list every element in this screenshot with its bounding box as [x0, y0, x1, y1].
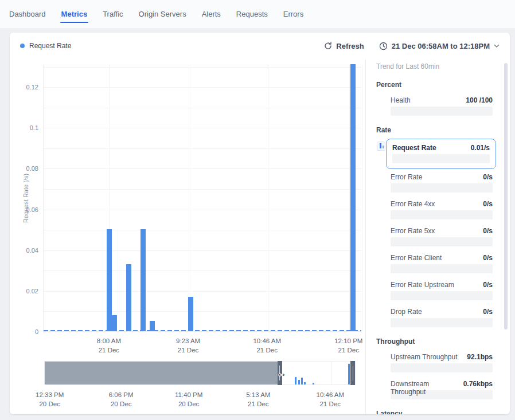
metric-sparkline	[391, 210, 493, 219]
metric-row: Error Rate 5xx0/s	[391, 227, 493, 235]
metric-row: Health100 /100	[391, 96, 493, 104]
metric-item-error-rate-upstream[interactable]: Error Rate Upstream0/s	[391, 281, 493, 300]
brush-bar	[295, 377, 296, 384]
refresh-label: Refresh	[336, 42, 364, 50]
sidebar-scrollbar[interactable]	[504, 63, 508, 329]
x-axis-tick: 8:00 AM21 Dec	[97, 336, 121, 355]
x-axis-tick: 10:46 AM21 Dec	[253, 336, 281, 355]
y-axis-tick: 0.12	[26, 84, 38, 91]
brush-handle-left[interactable]	[278, 361, 282, 385]
chart-bar	[126, 264, 131, 331]
x-axis-tick: 9:23 AM21 Dec	[176, 336, 200, 355]
h-gridline	[44, 189, 361, 190]
metric-label: Upstream Throughput	[391, 353, 458, 361]
y-axis-tick: 0.1	[30, 124, 38, 131]
h-gridline	[44, 230, 361, 230]
metric-row: Error Rate0/s	[391, 173, 493, 181]
metric-sparkline	[391, 183, 493, 193]
metric-item-error-rate-client[interactable]: Error Rate Client0/s	[391, 254, 493, 273]
metric-value: 100 /100	[466, 96, 493, 104]
h-gridline	[44, 291, 361, 292]
metric-value: 0/s	[483, 254, 493, 262]
metric-row: Error Rate Client0/s	[391, 254, 493, 262]
chart-bar	[188, 297, 193, 332]
trend-label: Trend for Last 60min	[376, 62, 510, 70]
metric-row: Error Rate 4xx0/s	[391, 200, 493, 208]
metric-row: Error Rate Upstream0/s	[391, 281, 493, 289]
metric-value: 0/s	[483, 173, 493, 181]
brush-axis-tick: 5:13 AM21 Dec	[246, 390, 270, 409]
chart-bar	[150, 321, 155, 331]
brush-bar	[301, 378, 303, 384]
brush-handle-right[interactable]	[350, 361, 355, 385]
brush-axis-tick: 12:33 PM20 Dec	[36, 390, 64, 409]
metric-value: 0/s	[483, 281, 493, 289]
y-axis-tick: 0.04	[26, 247, 38, 254]
h-gridline	[44, 148, 361, 149]
metrics-panel: Request Rate Refresh 21 Dec 06:58AM to 1…	[10, 33, 510, 414]
section-title-percent: Percent	[376, 81, 510, 89]
metric-sparkline	[391, 291, 493, 300]
time-brush[interactable]	[44, 361, 356, 385]
v-gridline	[362, 65, 362, 331]
legend-label: Request Rate	[29, 42, 71, 50]
chart-bar	[350, 64, 356, 331]
tab-origin-servers[interactable]: Origin Servers	[139, 0, 186, 28]
h-gridline	[44, 210, 361, 210]
refresh-icon	[324, 42, 332, 50]
metric-item-downstream-throughput[interactable]: Downstream Throughput0.76kbps	[391, 380, 493, 399]
metric-row: Request Rate0.01/s	[392, 144, 490, 152]
metric-item-upstream-throughput[interactable]: Upstream Throughput92.1bps	[391, 353, 493, 372]
h-gridline	[44, 87, 361, 88]
y-axis-tick: 0	[35, 328, 38, 335]
y-axis-label: Request Rate (/s)	[22, 98, 29, 299]
tab-requests[interactable]: Requests	[236, 0, 268, 28]
brush-gridline	[331, 362, 331, 384]
metric-label: Downstream Throughput	[391, 380, 463, 396]
h-gridline	[44, 250, 361, 251]
metric-item-error-rate-5xx[interactable]: Error Rate 5xx0/s	[391, 227, 493, 246]
tab-metrics[interactable]: Metrics	[61, 0, 88, 28]
metrics-sidebar: Trend for Last 60min PercentHealth100 /1…	[365, 59, 510, 414]
brush-axis-tick: 6:06 PM20 Dec	[109, 390, 134, 409]
h-gridline	[44, 128, 361, 128]
y-axis-tick: 0.08	[26, 165, 38, 172]
brush-bar	[313, 383, 314, 384]
metric-label: Drop Rate	[391, 308, 422, 316]
metric-row: Drop Rate0/s	[391, 308, 493, 316]
metric-sparkline	[391, 264, 493, 273]
date-range-picker[interactable]: 21 Dec 06:58AM to 12:18PM	[379, 42, 500, 50]
metric-item-health[interactable]: Health100 /100	[391, 96, 493, 116]
chart-bar	[141, 229, 146, 331]
metric-item-request-rate[interactable]: Request Rate0.01/s	[386, 139, 496, 169]
tab-errors[interactable]: Errors	[283, 0, 303, 28]
metric-sparkline	[391, 318, 493, 327]
brush-bar	[304, 382, 306, 384]
metric-value: 0/s	[483, 200, 493, 208]
metric-item-error-rate-4xx[interactable]: Error Rate 4xx0/s	[391, 200, 493, 219]
v-gridline	[268, 65, 268, 331]
brush-unselected-mask	[45, 362, 280, 384]
brush-axis-tick: 10:46 AM21 Dec	[317, 390, 345, 409]
metric-row: Downstream Throughput0.76kbps	[391, 380, 493, 388]
date-range-label: 21 Dec 06:58AM to 12:18PM	[392, 42, 490, 50]
metric-label: Health	[391, 96, 411, 104]
metric-label: Error Rate 4xx	[391, 200, 435, 208]
metric-sparkline	[391, 107, 493, 116]
baseline-activity-bars	[44, 330, 361, 331]
h-gridline	[44, 270, 361, 271]
tab-alerts[interactable]: Alerts	[202, 0, 221, 28]
metric-item-drop-rate[interactable]: Drop Rate0/s	[391, 308, 493, 327]
h-gridline	[44, 168, 361, 169]
legend-dot-icon	[20, 44, 25, 48]
top-nav: DashboardMetricsTrafficOrigin ServersAle…	[0, 0, 515, 28]
metric-item-error-rate[interactable]: Error Rate0/s	[391, 173, 493, 193]
section-title-rate: Rate	[376, 126, 510, 134]
tab-dashboard[interactable]: Dashboard	[9, 0, 46, 28]
chevron-down-icon	[494, 44, 500, 48]
tab-traffic[interactable]: Traffic	[103, 0, 123, 28]
h-gridline	[44, 67, 361, 68]
metric-value: 0.01/s	[471, 144, 490, 152]
metric-label: Error Rate Client	[391, 254, 442, 262]
refresh-button[interactable]: Refresh	[324, 42, 364, 50]
